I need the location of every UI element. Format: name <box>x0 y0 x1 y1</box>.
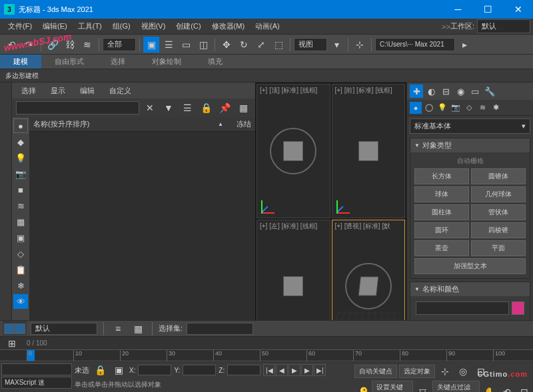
filter-frozen-icon[interactable]: ❄ <box>13 278 28 293</box>
viewcube-front[interactable] <box>358 141 378 161</box>
setkey-button[interactable]: 设置关键点 <box>372 381 413 392</box>
subribbon-label[interactable]: 多边形建模 <box>0 69 533 83</box>
ribbon-selection[interactable]: 选择 <box>97 55 139 69</box>
cat-lights-icon[interactable]: 💡 <box>436 102 448 114</box>
setkey-icon[interactable]: 🔑 <box>354 384 370 392</box>
nav-icon6[interactable]: ⊡ <box>516 384 532 392</box>
path-arrow[interactable]: ▸ <box>456 37 472 53</box>
obj-cone-button[interactable]: 圆锥体 <box>471 168 526 184</box>
menu-tools[interactable]: 工具(T) <box>73 19 107 33</box>
window-crossing-button[interactable]: ◫ <box>195 37 211 53</box>
nav-icon2[interactable]: ◎ <box>455 363 471 379</box>
selected-obj-button[interactable]: 选定对象 <box>399 365 435 378</box>
keyfilter-icon[interactable]: ▽ <box>415 384 430 392</box>
autogrid-checkbox[interactable]: 自动栅格 <box>413 155 527 167</box>
viewport-persp-label[interactable]: [+] [透视] [标准] [默 <box>335 222 391 231</box>
scene-expand-icon[interactable]: ▦ <box>235 100 251 116</box>
obj-sphere-button[interactable]: 球体 <box>414 186 469 202</box>
ribbon-populate[interactable]: 填充 <box>195 55 236 69</box>
filter-xrefs-icon[interactable]: ▣ <box>13 230 28 245</box>
ribbon-modeling[interactable]: 建模 <box>0 55 41 69</box>
scene-selset-icon[interactable]: ☰ <box>179 100 195 116</box>
close-button[interactable]: ✕ <box>503 0 533 19</box>
scene-menu-edit[interactable]: 编辑 <box>73 84 101 98</box>
autokey-button[interactable]: 自动关键点 <box>354 365 397 378</box>
nav-icon5[interactable]: ⟲ <box>499 384 514 392</box>
play-button[interactable]: ▶ <box>288 364 300 376</box>
scale-button[interactable]: ⤢ <box>253 37 269 53</box>
cat-spacewarps-icon[interactable]: ≋ <box>476 102 488 114</box>
cmd-create-tab[interactable]: ✚ <box>410 85 423 98</box>
rollout-objtype-header[interactable]: 对象类型 <box>410 138 530 152</box>
viewport-left-label[interactable]: [+] [左] [标准] [线框] <box>260 222 317 231</box>
maxscript-listener[interactable]: MAXScript 迷 <box>1 377 72 389</box>
isolate-icon[interactable]: ▣ <box>111 362 127 378</box>
layer-manager-icon[interactable]: ▦ <box>130 321 146 337</box>
tree-col-name[interactable]: 名称(按升序排序) <box>33 119 218 129</box>
filter-groups-icon[interactable]: ▦ <box>13 214 28 229</box>
viewport-top[interactable]: [+] [顶] [标准] [线框] <box>257 84 330 218</box>
ref-coord-dropdown[interactable]: 视图 <box>294 38 327 51</box>
cmd-utilities-tab[interactable]: 🔧 <box>483 85 496 98</box>
scene-filter-icon[interactable]: ▼ <box>161 100 177 116</box>
filter-helpers-icon[interactable]: ■ <box>13 182 28 197</box>
nav-icon4[interactable]: ✋ <box>482 384 497 392</box>
obj-plane-button[interactable]: 平面 <box>471 240 526 256</box>
bind-button[interactable]: ≋ <box>79 37 95 53</box>
filter-containers-icon[interactable]: 📋 <box>13 262 28 277</box>
time-ruler[interactable]: 0 10 20 30 40 50 60 70 80 90 100 <box>0 349 533 361</box>
viewcube-persp[interactable] <box>358 277 378 296</box>
scene-menu-display[interactable]: 显示 <box>44 84 72 98</box>
keyfilter-button[interactable]: 关键点过滤器 <box>432 381 480 392</box>
filter-lights-icon[interactable]: 💡 <box>13 150 28 165</box>
scene-lock-icon[interactable]: 🔒 <box>198 100 214 116</box>
menu-file[interactable]: 文件(F) <box>3 19 37 33</box>
track-toggle[interactable]: ⊞ <box>4 335 20 351</box>
nav-icon3[interactable]: ⊡ <box>473 363 489 379</box>
workspace-dropdown[interactable]: 默认 <box>477 19 530 33</box>
project-path[interactable]: C:\Users\··· Max 2021 <box>375 38 455 51</box>
snap-button[interactable]: ⊹ <box>352 37 368 53</box>
scene-menu-custom[interactable]: 自定义 <box>103 84 138 98</box>
scene-search-input[interactable] <box>16 101 139 114</box>
undo-button[interactable]: ↶ <box>4 37 20 53</box>
select-name-button[interactable]: ☰ <box>161 37 177 53</box>
cmd-hierarchy-tab[interactable]: ⊟ <box>439 85 452 98</box>
redo-button[interactable]: ↷ <box>21 37 37 53</box>
tree-col-frozen[interactable]: 冻结 <box>237 119 251 129</box>
y-coord[interactable] <box>183 365 216 375</box>
menu-modifiers[interactable]: 修改器(M) <box>207 19 251 33</box>
scene-menu-select[interactable]: 选择 <box>15 84 43 98</box>
z-coord[interactable] <box>227 365 261 375</box>
minimize-button[interactable]: ─ <box>443 0 473 19</box>
cmd-display-tab[interactable]: ▭ <box>468 85 482 98</box>
move-button[interactable]: ✥ <box>219 37 235 53</box>
cat-helpers-icon[interactable]: ◇ <box>463 102 475 114</box>
menu-create[interactable]: 创建(C) <box>171 19 206 33</box>
layer-icon[interactable]: ≡ <box>110 321 126 337</box>
viewport-front-label[interactable]: [+] [前] [标准] [线框] <box>335 86 392 95</box>
cat-shapes-icon[interactable]: ◯ <box>423 102 435 114</box>
menu-view[interactable]: 视图(V) <box>136 19 171 33</box>
viewcube-left[interactable] <box>283 276 303 296</box>
ribbon-freeform[interactable]: 自由形式 <box>41 55 97 69</box>
nav-icon1[interactable]: ⊹ <box>437 363 453 379</box>
obj-cylinder-button[interactable]: 圆柱体 <box>414 204 469 220</box>
link-button[interactable]: 🔗 <box>45 37 61 53</box>
x-coord[interactable] <box>138 365 171 375</box>
category-dropdown[interactable]: 标准基本体▾ <box>410 118 530 134</box>
unlink-button[interactable]: ⛓ <box>62 37 78 53</box>
cmd-modify-tab[interactable]: ◐ <box>424 85 438 98</box>
placement-button[interactable]: ⬚ <box>270 37 286 53</box>
filter-geometry-icon[interactable]: ● <box>13 118 28 133</box>
obj-geosphere-button[interactable]: 几何球体 <box>471 186 526 202</box>
filter-shapes-icon[interactable]: ◆ <box>13 134 28 149</box>
obj-box-button[interactable]: 长方体 <box>414 168 469 184</box>
menu-group[interactable]: 组(G) <box>107 19 136 33</box>
selection-filter-dropdown[interactable]: 全部 <box>103 38 136 51</box>
rotate-button[interactable]: ↻ <box>236 37 252 53</box>
cmd-motion-tab[interactable]: ◉ <box>454 85 467 98</box>
cat-systems-icon[interactable]: ✱ <box>490 102 502 114</box>
scene-clear-icon[interactable]: ✕ <box>142 100 158 116</box>
menu-edit[interactable]: 编辑(E) <box>37 19 73 33</box>
